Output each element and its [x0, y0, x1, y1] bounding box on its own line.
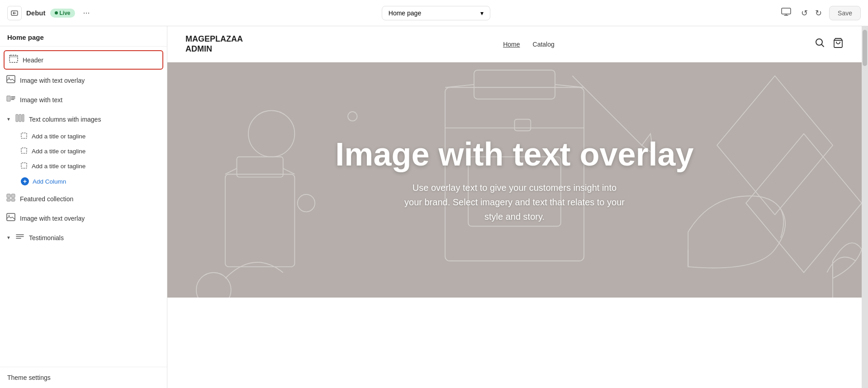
sidebar-item-featured-collection[interactable]: Featured collection	[0, 189, 167, 208]
cart-icon[interactable]	[833, 38, 844, 51]
undo-button[interactable]: ↺	[798, 5, 811, 21]
sidebar-header: Home page	[0, 26, 167, 47]
sidebar: Home page Header	[0, 26, 167, 388]
header-svg-icon	[9, 55, 18, 63]
svg-rect-18	[7, 199, 10, 201]
desktop-icon	[781, 8, 791, 16]
testimonials-icon	[15, 232, 24, 243]
dashed-rect-icon-2	[21, 147, 27, 154]
nav-link-catalog[interactable]: Catalog	[533, 41, 555, 48]
svg-point-21	[8, 215, 10, 217]
sub-item-icon-1	[21, 132, 27, 140]
sub-item-icon-2	[21, 147, 27, 155]
back-icon	[11, 9, 18, 17]
svg-rect-3	[9, 55, 18, 57]
more-button[interactable]: ···	[80, 6, 94, 19]
sidebar-item-image-text-label: Image with text	[20, 96, 62, 104]
hero-text: Image with text overlay Use overlay text…	[317, 118, 711, 242]
store-logo: MAGEPLAZAA ADMIN	[185, 34, 243, 54]
image-overlay-icon-1	[6, 75, 15, 85]
preview-area: MAGEPLAZAA ADMIN Home Catalog	[167, 26, 862, 388]
image-overlay-svg-1	[6, 75, 15, 83]
sidebar-item-image-overlay-2-label: Image with text overlay	[20, 215, 85, 222]
add-column-icon: +	[21, 177, 29, 185]
scrollbar-thumb	[863, 30, 867, 66]
expand-arrow-text-columns: ▼	[6, 117, 11, 122]
collection-icon	[6, 194, 15, 204]
image-overlay-icon-2	[6, 213, 15, 223]
sub-item-label-3: Add a title or tagline	[32, 163, 85, 170]
sidebar-item-text-columns-label: Text columns with images	[29, 116, 101, 123]
hero-title: Image with text overlay	[335, 137, 693, 172]
sidebar-item-image-text[interactable]: Image with text	[0, 90, 167, 109]
text-columns-svg	[15, 114, 24, 122]
undo-redo-group: ↺ ↻	[798, 5, 825, 21]
svg-line-28	[445, 85, 474, 87]
svg-point-35	[248, 111, 294, 157]
sidebar-title: Home page	[7, 33, 44, 41]
live-dot	[55, 11, 58, 14]
svg-marker-42	[717, 76, 833, 215]
topbar-center: Home page ▾	[99, 6, 773, 20]
main-area: Home page Header	[0, 26, 868, 388]
svg-rect-12	[22, 114, 24, 122]
svg-point-5	[8, 77, 10, 79]
svg-rect-13	[21, 133, 27, 138]
image-overlay-svg-2	[6, 213, 15, 221]
text-columns-icon	[15, 114, 24, 124]
svg-rect-11	[19, 114, 21, 122]
svg-rect-19	[11, 199, 15, 201]
topbar-left: Debut Live ···	[7, 6, 94, 20]
sub-item-icon-3	[21, 162, 27, 170]
sidebar-sub-item-2[interactable]: Add a title or tagline	[0, 144, 167, 159]
theme-settings-link[interactable]: Theme settings	[7, 374, 51, 381]
sub-item-label-2: Add a title or tagline	[32, 148, 85, 155]
sidebar-item-testimonials[interactable]: ▼ Testimonials	[0, 228, 167, 247]
sidebar-scroll: Header Image with text overlay	[0, 47, 167, 367]
preview-scrollbar[interactable]	[862, 26, 868, 388]
topbar: Debut Live ··· Home page ▾ ↺ ↻ Save	[0, 0, 868, 26]
svg-line-40	[225, 169, 237, 175]
preview-inner: MAGEPLAZAA ADMIN Home Catalog	[167, 26, 862, 388]
header-icon	[9, 55, 18, 65]
sidebar-item-testimonials-label: Testimonials	[29, 234, 64, 241]
sidebar-item-text-columns[interactable]: ▼ Text columns with images	[0, 109, 167, 129]
svg-line-41	[283, 169, 295, 175]
save-button[interactable]: Save	[829, 6, 861, 20]
add-column-button[interactable]: + Add Column	[0, 174, 167, 189]
svg-rect-6	[7, 96, 10, 101]
svg-rect-1	[782, 8, 791, 14]
sidebar-sub-item-1[interactable]: Add a title or tagline	[0, 129, 167, 144]
svg-rect-27	[474, 70, 555, 99]
sidebar-item-image-overlay-1[interactable]: Image with text overlay	[0, 71, 167, 90]
sidebar-item-header[interactable]: Header	[4, 50, 163, 70]
svg-rect-38	[225, 174, 294, 267]
svg-line-29	[555, 85, 584, 87]
sidebar-item-header-label: Header	[23, 57, 43, 64]
sidebar-item-image-overlay-1-label: Image with text overlay	[20, 77, 85, 84]
redo-button[interactable]: ↻	[812, 5, 825, 21]
page-selector[interactable]: Home page ▾	[382, 6, 490, 20]
dashed-rect-icon-3	[21, 162, 27, 169]
search-icon[interactable]	[815, 38, 825, 51]
sidebar-item-featured-collection-label: Featured collection	[20, 195, 73, 203]
sidebar-item-image-overlay-2[interactable]: Image with text overlay	[0, 208, 167, 228]
sub-item-label-1: Add a title or tagline	[32, 133, 85, 140]
store-header: MAGEPLAZAA ADMIN Home Catalog	[167, 26, 862, 62]
nav-link-home[interactable]: Home	[503, 41, 520, 48]
back-button[interactable]	[7, 6, 22, 20]
svg-rect-4	[7, 76, 15, 83]
collection-svg	[6, 194, 15, 202]
store-icons	[815, 38, 844, 51]
live-badge: Live	[50, 9, 75, 18]
svg-rect-10	[16, 114, 18, 122]
expand-arrow-testimonials: ▼	[6, 235, 11, 240]
svg-rect-15	[21, 163, 27, 168]
chevron-down-icon: ▾	[480, 9, 484, 17]
dashed-rect-icon-1	[21, 132, 27, 139]
desktop-preview-button[interactable]	[778, 5, 794, 21]
add-column-label: Add Column	[33, 178, 66, 185]
app-name: Debut	[26, 9, 46, 17]
sidebar-sub-item-3[interactable]: Add a title or tagline	[0, 159, 167, 174]
store-nav: Home Catalog	[503, 41, 555, 48]
